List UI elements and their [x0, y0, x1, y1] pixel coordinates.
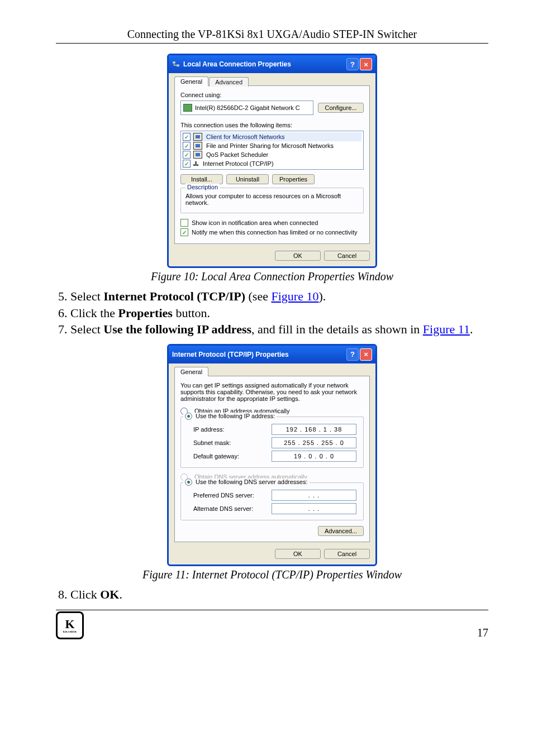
service-icon [193, 151, 202, 159]
page-footer: K KRAMER 17 [56, 610, 488, 639]
cancel-button[interactable]: Cancel [324, 251, 370, 261]
close-button[interactable]: × [360, 348, 372, 361]
page-header: Connecting the VP-81KSi 8x1 UXGA/Audio S… [56, 28, 488, 44]
checkbox-icon[interactable] [180, 219, 188, 227]
preferred-dns-field[interactable]: . . . [272, 490, 356, 501]
list-item[interactable]: ✓Client for Microsoft Networks [183, 132, 361, 141]
tab-advanced[interactable]: Advanced [209, 77, 249, 87]
uninstall-button[interactable]: Uninstall [226, 174, 269, 184]
nic-icon [183, 104, 192, 112]
page-number: 17 [477, 626, 488, 639]
kramer-logo: K KRAMER [56, 611, 84, 639]
fig11-dialog: Internet Protocol (TCP/IP) Properties ? … [167, 344, 377, 566]
step-7: Select Use the following IP address, and… [70, 322, 488, 337]
help-button[interactable]: ? [346, 58, 359, 70]
gateway-field[interactable]: 19 . 0 . 0 . 0 [272, 451, 356, 462]
document-page: Connecting the VP-81KSi 8x1 UXGA/Audio S… [0, 0, 533, 650]
figure-11-link[interactable]: Figure 11 [423, 322, 470, 336]
fig11-titlebar[interactable]: Internet Protocol (TCP/IP) Properties ? … [169, 346, 375, 363]
checkbox-icon[interactable]: ✓ [180, 228, 188, 236]
service-icon [193, 133, 202, 141]
step-6: Click the Properties button. [70, 305, 488, 321]
checkbox-icon[interactable]: ✓ [183, 133, 191, 141]
description-group: Description Allows your computer to acce… [180, 188, 364, 213]
instruction-list: Select Internet Protocol (TCP/IP) (see F… [56, 289, 488, 337]
ok-button[interactable]: OK [275, 251, 321, 261]
tab-general[interactable]: General [174, 367, 208, 376]
radio-static-dns[interactable] [185, 479, 192, 486]
fig10-title: Local Area Connection Properties [183, 60, 291, 68]
fig10-titlebar[interactable]: Local Area Connection Properties ? × [169, 55, 375, 73]
blurb: You can get IP settings assigned automat… [180, 382, 364, 402]
ok-button[interactable]: OK [275, 549, 321, 559]
fig10-dialog: Local Area Connection Properties ? × Gen… [167, 54, 377, 268]
properties-button[interactable]: Properties [272, 174, 315, 184]
help-button[interactable]: ? [346, 348, 359, 361]
list-item[interactable]: ✓File and Printer Sharing for Microsoft … [183, 141, 361, 150]
uses-label: This connection uses the following items… [180, 122, 364, 128]
checkbox-icon[interactable]: ✓ [183, 142, 191, 150]
step-5: Select Internet Protocol (TCP/IP) (see F… [70, 289, 488, 304]
tab-general[interactable]: General [174, 76, 208, 86]
step-8: Click OK. [70, 587, 488, 602]
network-icon [172, 60, 180, 68]
fig10-caption: Figure 10: Local Area Connection Propert… [56, 270, 488, 283]
checkbox-icon[interactable]: ✓ [183, 151, 191, 159]
configure-button[interactable]: Configure... [318, 103, 364, 113]
items-list[interactable]: ✓Client for Microsoft Networks ✓File and… [180, 131, 364, 170]
ip-address-field[interactable]: 192 . 168 . 1 . 38 [272, 424, 356, 435]
connect-using-label: Connect using: [180, 92, 364, 98]
fig11-caption: Figure 11: Internet Protocol (TCP/IP) Pr… [56, 568, 488, 581]
advanced-button[interactable]: Advanced... [318, 526, 364, 536]
svg-rect-0 [173, 61, 175, 64]
service-icon [193, 142, 202, 150]
instruction-list-2: Click OK. [56, 587, 488, 602]
fig11-title: Internet Protocol (TCP/IP) Properties [172, 351, 289, 358]
install-button[interactable]: Install... [180, 174, 223, 184]
cancel-button[interactable]: Cancel [324, 549, 370, 559]
list-item[interactable]: ✓🖧Internet Protocol (TCP/IP) [183, 159, 361, 168]
figure-10-link[interactable]: Figure 10 [271, 289, 318, 303]
alternate-dns-field[interactable]: . . . [272, 503, 356, 514]
protocol-icon: 🖧 [193, 161, 199, 167]
svg-rect-1 [177, 64, 179, 66]
list-item[interactable]: ✓QoS Packet Scheduler [183, 150, 361, 159]
adapter-field: Intel(R) 82566DC-2 Gigabit Network C [180, 101, 313, 115]
radio-static-ip[interactable] [185, 413, 192, 420]
close-button[interactable]: × [360, 58, 372, 70]
subnet-mask-field[interactable]: 255 . 255 . 255 . 0 [272, 437, 356, 448]
checkbox-icon[interactable]: ✓ [183, 160, 191, 168]
